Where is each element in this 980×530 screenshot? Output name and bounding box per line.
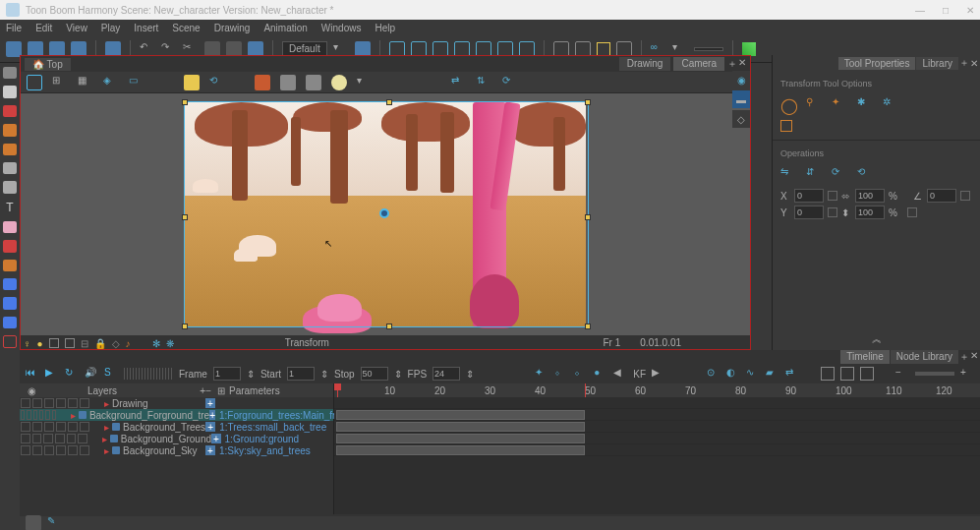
vis-header-icon[interactable]: ◉	[28, 385, 36, 396]
rotate-ccw-icon[interactable]: ⟲	[857, 166, 873, 182]
bulb-layer-icon[interactable]: ●	[37, 338, 43, 349]
view-tab-drawing[interactable]: Drawing	[619, 57, 671, 71]
close-button[interactable]: ✕	[966, 5, 974, 16]
overscan-icon[interactable]: ▭	[129, 75, 144, 90]
tab-timeline[interactable]: Timeline	[840, 350, 889, 364]
footer-btn-2-icon[interactable]: ✎	[47, 515, 63, 530]
sync-icon[interactable]: ⇄	[785, 367, 799, 381]
flip-v-icon[interactable]: ⇅	[477, 75, 492, 90]
aspect-lock-icon[interactable]	[907, 207, 917, 217]
panel-collapse-icon[interactable]: ︽	[773, 332, 980, 346]
morph-tool-icon[interactable]	[3, 297, 17, 309]
keyframe-nav-icon[interactable]: ✦	[535, 367, 548, 381]
canvas[interactable]: ↖	[21, 93, 750, 335]
select-box-icon[interactable]	[597, 42, 610, 56]
view-tab-camera[interactable]: Camera	[673, 57, 724, 71]
render-icon[interactable]	[742, 42, 756, 56]
menu-help[interactable]: Help	[375, 23, 395, 33]
contour-tool-icon[interactable]	[3, 105, 17, 117]
bbox-mode-icon[interactable]	[780, 120, 792, 132]
flip-horizontal-icon[interactable]: ⇋	[780, 166, 796, 182]
menu-play[interactable]: Play	[101, 23, 120, 33]
play-icon[interactable]: ▶	[45, 367, 59, 381]
height-input[interactable]	[855, 206, 885, 219]
del-keyframe-icon[interactable]: ⬦	[574, 367, 588, 381]
width-input[interactable]	[855, 189, 885, 203]
onion-skin-icon[interactable]: ⊙	[707, 367, 721, 381]
start-stepper-icon[interactable]: ⇕	[320, 369, 328, 380]
y-lock-icon[interactable]	[828, 207, 837, 217]
snap-mode-icon[interactable]: ✦	[832, 96, 847, 112]
tab-tool-properties[interactable]: Tool Properties	[838, 57, 916, 70]
close-panel-icon[interactable]: ✕	[970, 58, 978, 69]
arrow-tool-icon[interactable]	[3, 86, 17, 97]
safe-area-icon[interactable]: ◈	[103, 75, 119, 90]
flip-vertical-icon[interactable]: ⇵	[806, 166, 822, 182]
flip-h-icon[interactable]: ⇄	[451, 75, 467, 90]
jog-wheel[interactable]	[124, 368, 173, 380]
collapse-all-icon[interactable]: ⊟	[81, 338, 88, 349]
start-input[interactable]	[287, 367, 315, 381]
layer-row[interactable]: ▸Drawing +	[20, 397, 333, 409]
zoom-out-icon[interactable]: −	[895, 367, 909, 381]
layer-row[interactable]: ▸Background_Forground_tre + 1:Forground_…	[20, 409, 333, 421]
x-input[interactable]	[794, 189, 824, 203]
cutter-tool-icon[interactable]	[3, 278, 17, 290]
render-view-icon[interactable]: ▬	[732, 90, 750, 108]
transform-tool-icon[interactable]	[3, 335, 17, 348]
stop-stepper-icon[interactable]: ⇕	[394, 369, 402, 380]
next-kf-icon[interactable]: ▶	[652, 367, 665, 381]
view-mode-1-icon[interactable]	[821, 367, 835, 381]
frame-stepper-icon[interactable]: ⇕	[247, 369, 255, 380]
add-view-icon[interactable]: ＋	[727, 57, 737, 71]
end-marker[interactable]	[585, 383, 586, 397]
stop-input[interactable]	[361, 367, 388, 381]
scrub-icon[interactable]: S	[104, 367, 118, 381]
select-tool-icon[interactable]	[3, 67, 17, 79]
rotate-icon[interactable]: ⟳	[502, 75, 518, 90]
tab-library[interactable]: Library	[916, 57, 958, 70]
lasso-mode-icon[interactable]: ◯	[780, 96, 796, 112]
ink-tool-icon[interactable]	[3, 260, 17, 271]
menu-edit[interactable]: Edit	[35, 23, 52, 33]
peg-mode-icon[interactable]: ⚲	[806, 96, 822, 112]
pivot-point[interactable]	[379, 208, 389, 218]
menu-animation[interactable]: Animation	[263, 23, 307, 33]
track-row[interactable]	[334, 409, 980, 421]
track-row[interactable]	[334, 397, 980, 409]
grid-toggle-icon[interactable]: ⊞	[52, 75, 68, 90]
playhead[interactable]	[337, 383, 338, 397]
ease-icon[interactable]: ∿	[746, 367, 760, 381]
sound-layer-icon[interactable]: ♪	[126, 338, 131, 349]
fx-layer-icon[interactable]: ❋	[166, 338, 174, 349]
layer-box-2-icon[interactable]	[65, 338, 75, 348]
param-toggle-icon[interactable]: ⊞	[217, 385, 225, 396]
opengl-view-icon[interactable]: ◉	[732, 71, 750, 88]
light-icon[interactable]	[306, 75, 321, 90]
rotate-cw-icon[interactable]: ⟳	[832, 166, 847, 182]
add-drawing-icon[interactable]: ♀	[24, 338, 31, 349]
track-row[interactable]	[334, 444, 980, 456]
menu-file[interactable]: File	[6, 23, 22, 33]
zoom-in-icon[interactable]: +	[960, 367, 974, 381]
color-swatch[interactable]	[694, 47, 723, 51]
rotation-input[interactable]	[927, 189, 956, 203]
show-manip-icon[interactable]: ✲	[883, 96, 898, 112]
fps-input[interactable]	[432, 367, 460, 381]
first-frame-icon[interactable]: ⏮	[26, 367, 39, 381]
rot-lock-icon[interactable]	[960, 191, 970, 201]
onion-gray-icon[interactable]	[280, 75, 296, 90]
layer-row[interactable]: ▸Background_Trees + 1:Trees:small_back_t…	[20, 421, 333, 433]
camera-tool-icon[interactable]	[3, 317, 17, 328]
close-timeline-tab-icon[interactable]: ✕	[970, 350, 978, 364]
bulb-menu-icon[interactable]: ▾	[357, 75, 373, 90]
timeline-ruler[interactable]: 102030405060708090100110120	[334, 383, 980, 397]
text-tool-icon[interactable]: T	[3, 201, 17, 214]
shape-tool-icon[interactable]	[3, 162, 17, 174]
field-guide-icon[interactable]: ▦	[78, 75, 93, 90]
unlock-icon[interactable]: ⟲	[209, 75, 225, 90]
layer-box-1-icon[interactable]	[49, 338, 59, 348]
close-view-icon[interactable]: ✕	[738, 57, 746, 71]
lock-icon[interactable]	[184, 75, 200, 90]
gear-layer-icon[interactable]: ✻	[152, 338, 160, 349]
